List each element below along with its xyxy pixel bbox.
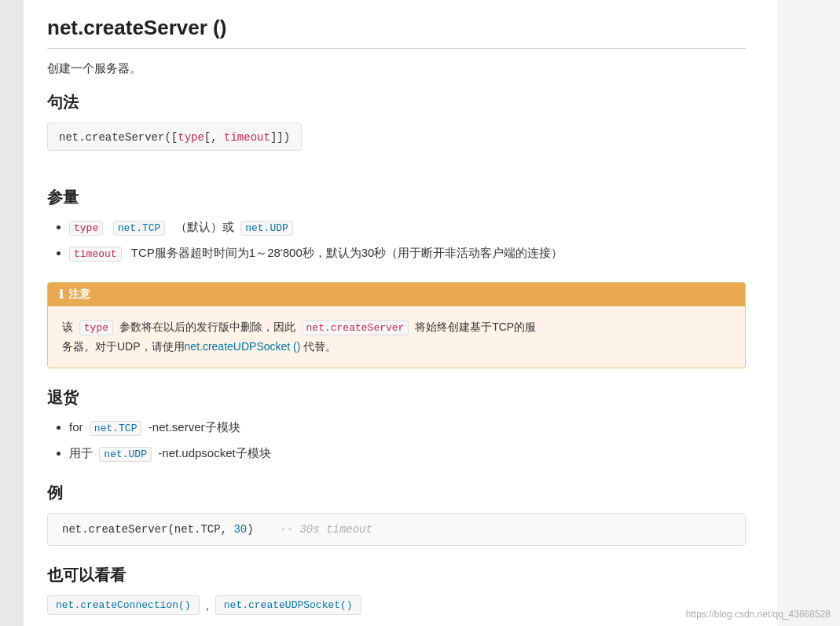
params-section: 参量 type net.TCP （默认）或 net.UDP timeout TC… — [47, 187, 746, 263]
notice-body: 该 type 参数将在以后的发行版中删除，因此 net.createServer… — [48, 306, 745, 368]
right-panel — [777, 0, 840, 626]
example-code-main: net.createServer(net.TCP, 30) — [62, 523, 254, 536]
params-heading: 参量 — [47, 187, 746, 208]
returns-tcp-prefix: for — [69, 420, 83, 434]
type-badge: type — [69, 221, 103, 236]
param-timeout-item: timeout TCP服务器超时时间为1～28'800秒，默认为30秒（用于断开… — [69, 243, 746, 263]
page-title: net.createServer () — [47, 16, 746, 49]
syntax-box: net.createServer([type[, timeout]]) — [47, 123, 302, 151]
example-box: net.createServer(net.TCP, 30) -- 30s tim… — [47, 513, 746, 546]
also-see-section: 也可以看看 net.createConnection() , net.creat… — [47, 565, 746, 615]
also-see-link-1[interactable]: net.createConnection() — [47, 595, 200, 615]
notice-createserver-code: net.createServer — [302, 320, 409, 335]
syntax-code-text: net.createServer([ — [59, 131, 178, 144]
sidebar — [0, 0, 24, 626]
example-section: 例 net.createServer(net.TCP, 30) -- 30s t… — [47, 482, 746, 546]
description: 创建一个服务器。 — [47, 61, 746, 76]
example-number: 30 — [233, 523, 247, 536]
notice-udp-link[interactable]: net.createUDPSocket () — [185, 340, 301, 353]
notice-text-4: 务器。对于UDP，请使用 — [62, 340, 185, 353]
returns-udp-prefix: 用于 — [69, 446, 93, 459]
param-list: type net.TCP （默认）或 net.UDP timeout TCP服务… — [47, 218, 746, 263]
notice-text-3: 将始终创建基于TCP的服 — [415, 320, 536, 333]
example-code-comment: -- 30s timeout — [280, 523, 372, 536]
link-separator: , — [206, 599, 209, 612]
returns-tcp-item: for net.TCP -net.server子模块 — [69, 418, 746, 437]
notice-type-code: type — [79, 320, 113, 335]
example-heading: 例 — [47, 482, 746, 503]
page-wrapper: net.createServer () 创建一个服务器。 句法 net.crea… — [0, 0, 840, 626]
notice-icon: ℹ — [59, 287, 64, 302]
net-udp-badge: net.UDP — [240, 221, 293, 236]
content-area: net.createServer () 创建一个服务器。 句法 net.crea… — [24, 0, 777, 626]
net-tcp-badge: net.TCP — [113, 221, 166, 236]
returns-udp-suffix: -net.udpsocket子模块 — [158, 446, 270, 459]
returns-section: 退货 for net.TCP -net.server子模块 用于 net.UDP… — [47, 387, 746, 463]
returns-udp-item: 用于 net.UDP -net.udpsocket子模块 — [69, 444, 746, 463]
syntax-type: type — [178, 131, 204, 144]
notice-box: ℹ 注意 该 type 参数将在以后的发行版中删除，因此 net.createS… — [47, 282, 746, 369]
timeout-badge: timeout — [69, 247, 122, 262]
syntax-section: 句法 net.createServer([type[, timeout]]) — [47, 92, 746, 168]
returns-tcp-suffix: -net.server子模块 — [149, 420, 240, 434]
syntax-timeout: timeout — [224, 131, 270, 144]
footer-url: https://blog.csdn.net/qq_43668528 — [686, 609, 831, 620]
param-type-item: type net.TCP （默认）或 net.UDP — [69, 218, 746, 237]
returns-heading: 退货 — [47, 387, 746, 408]
returns-list: for net.TCP -net.server子模块 用于 net.UDP -n… — [47, 418, 746, 463]
notice-text-5: 代替。 — [303, 340, 336, 353]
returns-tcp-badge: net.TCP — [90, 421, 142, 436]
timeout-description: TCP服务器超时时间为1～28'800秒，默认为30秒（用于断开非活动客户端的连… — [131, 246, 563, 259]
notice-heading: 注意 — [68, 287, 90, 302]
notice-text-1: 该 — [62, 320, 73, 333]
syntax-heading: 句法 — [47, 92, 746, 113]
notice-header: ℹ 注意 — [48, 283, 745, 306]
also-see-heading: 也可以看看 — [47, 565, 746, 586]
notice-text-2: 参数将在以后的发行版中删除，因此 — [119, 320, 295, 333]
returns-udp-badge: net.UDP — [99, 447, 152, 462]
also-see-links: net.createConnection() , net.createUDPSo… — [47, 595, 746, 615]
syntax-code: net.createServer([type[, timeout]]) — [59, 131, 290, 144]
also-see-link-2[interactable]: net.createUDPSocket() — [215, 595, 361, 615]
